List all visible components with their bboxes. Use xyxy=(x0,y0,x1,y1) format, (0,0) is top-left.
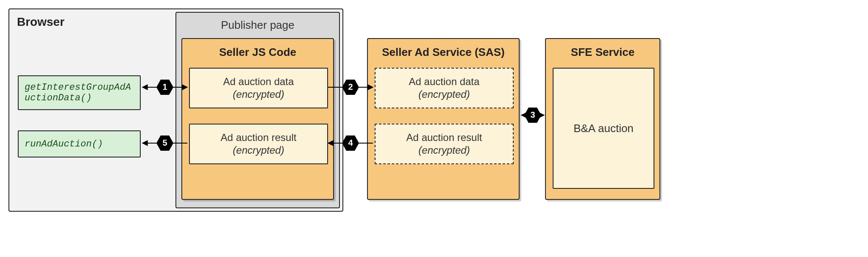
step-badge-1: 1 xyxy=(156,79,173,96)
svg-text:4: 4 xyxy=(348,138,353,147)
sfe-ba-auction-box: B&A auction xyxy=(553,68,654,189)
svg-text:1: 1 xyxy=(162,82,167,91)
svg-text:3: 3 xyxy=(530,110,535,119)
sas-result-line1: Ad auction result xyxy=(376,131,513,144)
step-badge-5: 5 xyxy=(156,135,173,152)
seller-js-data-line2: (encrypted) xyxy=(190,88,327,101)
step-badge-4: 4 xyxy=(342,135,359,152)
seller-ad-service-container: Seller Ad Service (SAS) Ad auction data … xyxy=(367,38,520,200)
api-run-ad-auction-label: runAdAuction() xyxy=(25,139,103,149)
sas-ad-auction-result-box: Ad auction result (encrypted) xyxy=(375,124,514,164)
seller-js-result-line1: Ad auction result xyxy=(190,131,327,144)
architecture-diagram: Browser Publisher page getInterestGroupA… xyxy=(8,8,860,249)
seller-ad-service-title: Seller Ad Service (SAS) xyxy=(368,39,519,64)
publisher-page-label: Publisher page xyxy=(176,19,339,32)
step-badge-3: 3 xyxy=(524,107,541,124)
seller-js-result-line2: (encrypted) xyxy=(190,144,327,157)
sas-ad-auction-data-box: Ad auction data (encrypted) xyxy=(375,68,514,108)
step-badge-2: 2 xyxy=(342,79,359,96)
api-run-ad-auction: runAdAuction() xyxy=(18,130,141,158)
sfe-ba-auction-label: B&A auction xyxy=(554,122,654,135)
sfe-service-container: SFE Service B&A auction xyxy=(545,38,660,200)
sas-data-line1: Ad auction data xyxy=(376,75,513,88)
seller-js-code-title: Seller JS Code xyxy=(182,39,333,64)
api-get-interest-group-data: getInterestGroupAdAuctionData() xyxy=(18,75,141,110)
sas-result-line2: (encrypted) xyxy=(376,144,513,157)
seller-js-data-line1: Ad auction data xyxy=(190,75,327,88)
svg-text:5: 5 xyxy=(162,138,167,147)
seller-js-code-container: Seller JS Code Ad auction data (encrypte… xyxy=(181,38,334,200)
sfe-service-title: SFE Service xyxy=(546,39,659,64)
svg-text:2: 2 xyxy=(348,82,353,91)
seller-js-ad-auction-result-box: Ad auction result (encrypted) xyxy=(189,124,328,164)
seller-js-ad-auction-data-box: Ad auction data (encrypted) xyxy=(189,68,328,108)
browser-label: Browser xyxy=(17,15,64,29)
sas-data-line2: (encrypted) xyxy=(376,88,513,101)
api-get-interest-group-data-label: getInterestGroupAdAuctionData() xyxy=(25,82,134,103)
